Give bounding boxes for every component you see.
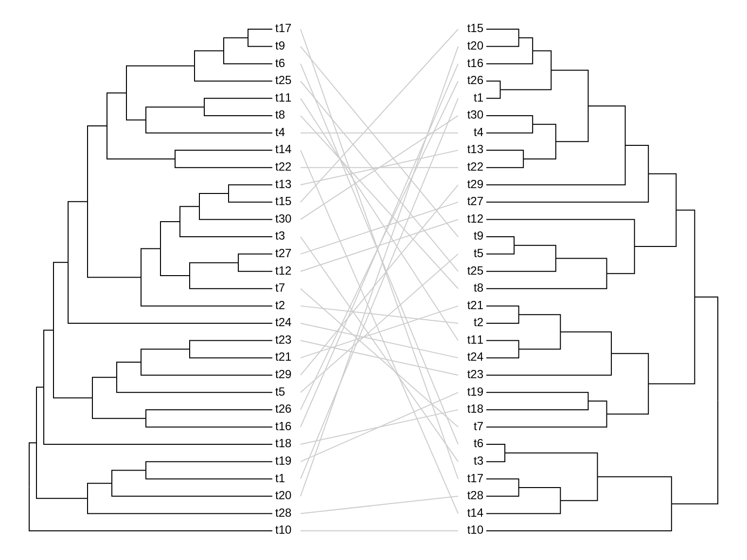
tree-branch xyxy=(551,70,588,106)
tree-branch xyxy=(224,38,248,51)
tip-label: t26 xyxy=(467,73,483,87)
tip-label: t17 xyxy=(467,472,483,485)
tree-branch xyxy=(486,124,533,133)
tip-label: t7 xyxy=(474,420,483,433)
tip-label: t2 xyxy=(275,298,285,312)
tip-label: t28 xyxy=(275,506,291,519)
tree-branch xyxy=(486,29,519,38)
tree-branch xyxy=(146,419,272,427)
tree-branch xyxy=(88,126,107,202)
tip-label: t11 xyxy=(275,91,291,104)
tip-label: t23 xyxy=(275,333,291,346)
tip-label: t14 xyxy=(275,142,291,156)
tree-branch xyxy=(92,398,146,418)
tree-branch xyxy=(29,487,272,531)
tree-branch xyxy=(248,38,272,47)
tree-branch xyxy=(141,277,272,306)
tip-label: t13 xyxy=(467,142,483,156)
tip-label: t17 xyxy=(275,21,291,35)
tip-label: t5 xyxy=(474,246,483,260)
tree-branch xyxy=(141,362,272,375)
tip-label: t25 xyxy=(275,73,291,87)
tip-label: t6 xyxy=(275,56,285,70)
tree-branch xyxy=(486,274,607,289)
tree-branch xyxy=(486,51,533,64)
tip-link xyxy=(301,81,458,410)
tip-label: t30 xyxy=(467,108,483,121)
tree-branch xyxy=(36,443,88,498)
tree-branch xyxy=(53,262,68,330)
tip-label: t22 xyxy=(275,160,291,173)
tree-branch xyxy=(560,477,597,501)
tree-branch xyxy=(486,453,505,462)
tip-label: t20 xyxy=(275,489,291,502)
tree-branch xyxy=(519,38,533,51)
tip-label: t13 xyxy=(275,177,291,191)
tree-branch xyxy=(635,210,676,246)
tree-branch xyxy=(180,222,272,237)
tip-label: t15 xyxy=(275,194,291,208)
tip-link xyxy=(301,306,458,358)
tree-branch xyxy=(88,202,141,278)
tip-link xyxy=(301,98,458,340)
tip-link xyxy=(301,185,458,375)
tip-label: t7 xyxy=(275,281,285,294)
tree-branch xyxy=(505,453,597,477)
tip-label: t27 xyxy=(275,246,291,260)
tree-branch xyxy=(486,504,672,531)
tip-label: t22 xyxy=(467,160,483,173)
tree-branch xyxy=(199,193,229,207)
tree-branch xyxy=(607,246,635,274)
tree-branch xyxy=(88,498,272,513)
tree-branch xyxy=(486,237,514,245)
tree-branch xyxy=(486,444,505,453)
tip-label: t4 xyxy=(474,125,483,139)
tree-branch xyxy=(141,249,160,278)
tip-label: t6 xyxy=(474,437,483,450)
tree-branch xyxy=(190,276,272,289)
tree-branch xyxy=(204,107,272,116)
tip-label: t25 xyxy=(467,264,483,277)
tree-branch xyxy=(126,66,195,93)
tree-branch xyxy=(199,207,272,220)
tree-branch xyxy=(146,410,272,419)
tree-branch xyxy=(607,384,649,414)
tree-branch xyxy=(160,249,190,276)
tip-link xyxy=(301,392,458,461)
tip-label: t12 xyxy=(467,212,483,225)
tip-label: t12 xyxy=(275,264,291,277)
tree-branch xyxy=(486,392,588,401)
tip-label: t26 xyxy=(275,402,291,415)
tree-branch xyxy=(486,38,519,47)
tip-label: t8 xyxy=(474,281,483,294)
tree-branch xyxy=(146,462,272,471)
tree-branch xyxy=(107,93,126,126)
tip-label: t10 xyxy=(275,523,291,536)
tip-label: t1 xyxy=(474,91,483,104)
tip-label: t16 xyxy=(467,56,483,70)
tree-branch xyxy=(648,297,694,384)
left-tip-labels: t17t9t6t25t11t8t4t14t22t13t15t30t3t27t12… xyxy=(275,21,291,536)
tip-label: t29 xyxy=(467,177,483,191)
tree-branch xyxy=(486,353,611,375)
tree-branch xyxy=(519,488,561,501)
tree-branch xyxy=(238,262,272,271)
tip-links xyxy=(301,29,458,531)
tree-branch xyxy=(625,145,649,174)
tip-label: t27 xyxy=(467,194,483,208)
tree-branch xyxy=(514,245,556,259)
tree-branch xyxy=(588,401,606,414)
tree-branch xyxy=(107,126,175,159)
tree-branch xyxy=(92,377,117,398)
tree-branch xyxy=(672,401,718,504)
tree-branch xyxy=(611,353,648,384)
tip-label: t15 xyxy=(467,21,483,35)
tree-branch xyxy=(588,106,625,145)
tree-branch xyxy=(204,98,272,107)
tip-label: t24 xyxy=(275,315,291,329)
tree-branch xyxy=(486,159,523,168)
tip-link xyxy=(301,496,458,514)
tip-label: t9 xyxy=(275,39,285,52)
tree-branch xyxy=(648,174,676,210)
tree-branch xyxy=(519,315,561,332)
